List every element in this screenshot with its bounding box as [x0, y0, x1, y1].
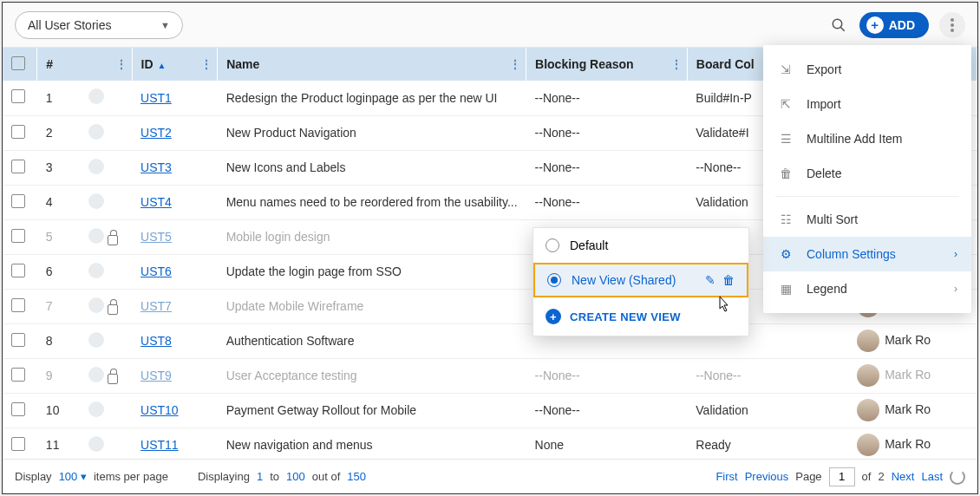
- board-column: Ready: [687, 427, 848, 459]
- story-name: Update Mobile Wireframe: [218, 289, 526, 323]
- search-icon[interactable]: [828, 15, 849, 36]
- row-number: 2: [37, 115, 80, 150]
- blocking-reason: --None--: [526, 150, 688, 185]
- view-default[interactable]: Default: [533, 228, 748, 263]
- blocking-reason: None: [526, 427, 688, 459]
- row-number: 7: [37, 289, 80, 323]
- legend-icon: ▦: [777, 280, 794, 297]
- story-id-link[interactable]: UST11: [140, 438, 179, 452]
- view-new-view[interactable]: New View (Shared) ✎ 🗑: [533, 263, 748, 297]
- type-icon: [88, 159, 104, 174]
- board-column: --None--: [687, 358, 848, 393]
- trash-icon: 🗑: [777, 165, 794, 182]
- blocking-reason: --None--: [526, 358, 688, 393]
- filter-dropdown[interactable]: All User Stories ▼: [15, 11, 183, 39]
- next-page[interactable]: Next: [892, 470, 915, 483]
- story-id-link[interactable]: UST9: [140, 369, 172, 382]
- story-id-link[interactable]: UST4: [140, 195, 172, 209]
- menu-delete[interactable]: 🗑Delete: [763, 156, 971, 191]
- assignee: Mark Ro: [848, 358, 977, 393]
- assignee: Mark Ro: [848, 323, 977, 358]
- row-checkbox[interactable]: [11, 437, 25, 451]
- lock-icon: [108, 304, 118, 315]
- add-button[interactable]: + ADD: [859, 12, 929, 38]
- table-row[interactable]: 10UST10Payment Getway Rollout for Mobile…: [3, 393, 977, 427]
- row-checkbox[interactable]: [11, 229, 25, 243]
- story-name: User Acceptance testing: [218, 358, 526, 393]
- row-number: 6: [37, 254, 80, 289]
- per-page-select[interactable]: 100 ▾: [59, 470, 87, 483]
- assignee: Mark Ro: [848, 393, 977, 427]
- radio-icon: [546, 238, 559, 252]
- avatar-icon: [857, 330, 879, 352]
- col-name[interactable]: Name⋮: [218, 48, 526, 81]
- import-icon: ⇱: [777, 95, 794, 113]
- row-checkbox[interactable]: [11, 402, 25, 416]
- col-id[interactable]: ID⋮: [132, 48, 218, 81]
- last-page[interactable]: Last: [921, 470, 943, 483]
- prev-page[interactable]: Previous: [745, 470, 789, 483]
- pagination-bar: Display 100 ▾ items per page Displaying …: [3, 459, 977, 493]
- story-id-link[interactable]: UST7: [140, 299, 172, 313]
- story-name: Payment Getway Rollout for Mobile: [218, 393, 526, 427]
- menu-legend[interactable]: ▦Legend›: [763, 271, 971, 306]
- sort-icon: ☷: [777, 211, 794, 228]
- type-icon: [88, 124, 104, 140]
- row-checkbox[interactable]: [11, 89, 25, 103]
- avatar-icon: [857, 364, 879, 387]
- row-checkbox[interactable]: [11, 333, 25, 347]
- type-icon: [88, 263, 104, 278]
- menu-export[interactable]: ⇲Export: [763, 52, 971, 87]
- row-checkbox[interactable]: [11, 125, 25, 139]
- type-icon: [88, 436, 104, 452]
- row-checkbox[interactable]: [11, 298, 25, 312]
- story-id-link[interactable]: UST3: [140, 160, 172, 174]
- table-row[interactable]: 9 UST9User Acceptance testing--None----N…: [3, 358, 977, 393]
- assignee: Mark Ro: [848, 427, 977, 459]
- row-checkbox[interactable]: [11, 194, 25, 208]
- delete-icon[interactable]: 🗑: [722, 273, 735, 287]
- story-name: New navigation and menus: [218, 427, 526, 459]
- story-id-link[interactable]: UST8: [140, 334, 172, 348]
- story-name: Mobile login design: [218, 219, 526, 254]
- row-checkbox[interactable]: [11, 160, 25, 173]
- svg-line-1: [840, 27, 845, 31]
- row-number: 11: [37, 427, 80, 459]
- type-icon: [88, 228, 104, 244]
- column-settings-popover: Default New View (Shared) ✎ 🗑 + CREATE N…: [532, 227, 749, 336]
- select-all-checkbox[interactable]: [11, 56, 25, 70]
- story-id-link[interactable]: UST5: [140, 230, 172, 244]
- story-name: Update the login page from SSO: [218, 254, 526, 289]
- row-number: 10: [37, 393, 80, 427]
- story-name: New Product Navigation: [218, 115, 526, 150]
- board-column: Validation: [687, 393, 848, 427]
- type-icon: [88, 193, 104, 209]
- col-blocking[interactable]: Blocking Reason⋮: [526, 48, 688, 81]
- row-number: 5: [37, 219, 80, 254]
- story-id-link[interactable]: UST2: [140, 126, 172, 140]
- first-page[interactable]: First: [715, 470, 737, 483]
- row-checkbox[interactable]: [11, 264, 25, 277]
- menu-multi-sort[interactable]: ☷Multi Sort: [763, 202, 971, 237]
- story-id-link[interactable]: UST6: [140, 264, 172, 278]
- menu-multiline-add[interactable]: ☰Multiline Add Item: [763, 121, 971, 156]
- edit-icon[interactable]: ✎: [705, 273, 715, 287]
- menu-column-settings[interactable]: ⚙Column Settings›: [763, 237, 971, 271]
- row-checkbox[interactable]: [11, 368, 25, 382]
- chevron-right-icon: ›: [954, 283, 957, 295]
- story-id-link[interactable]: UST10: [140, 403, 179, 417]
- lock-icon: [108, 374, 118, 384]
- blocking-reason: --None--: [526, 185, 688, 219]
- story-name: Authentication Software: [218, 323, 526, 358]
- gear-icon: ⚙: [777, 245, 794, 263]
- table-row[interactable]: 11UST11New navigation and menusNoneReady…: [3, 427, 977, 459]
- refresh-icon[interactable]: [950, 469, 965, 485]
- col-number[interactable]: #⋮: [37, 48, 132, 81]
- page-input[interactable]: [829, 467, 855, 486]
- type-icon: [88, 401, 104, 417]
- story-id-link[interactable]: UST1: [140, 91, 172, 105]
- more-menu-button[interactable]: [939, 12, 965, 38]
- menu-import[interactable]: ⇱Import: [763, 87, 971, 121]
- table-row[interactable]: 8UST8Authentication SoftwareMark Ro: [3, 323, 977, 358]
- add-label: ADD: [889, 18, 915, 32]
